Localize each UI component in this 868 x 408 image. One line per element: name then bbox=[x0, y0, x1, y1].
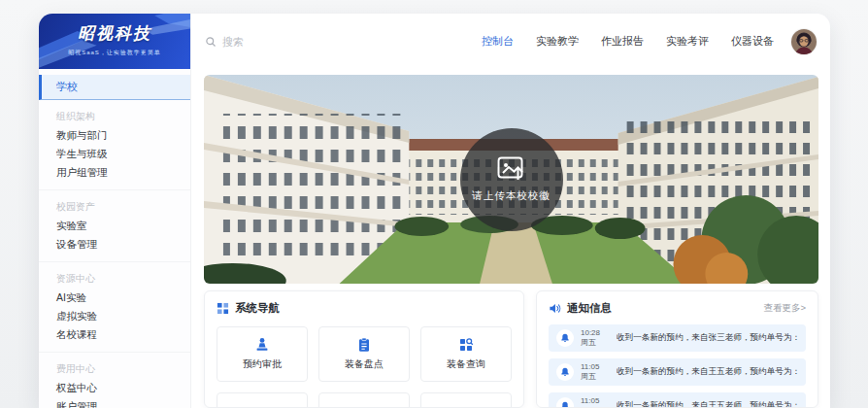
nav-card-hidden-1[interactable] bbox=[217, 392, 308, 408]
speaker-icon bbox=[549, 302, 561, 315]
brand-title: 昭视科技 bbox=[39, 22, 190, 45]
sidebar-item-ai-experiment[interactable]: AI实验 bbox=[39, 289, 190, 307]
bell-icon bbox=[556, 363, 574, 381]
notification-row[interactable]: 10:28周五 收到一条新的预约，来自张三老师，预约单号为：Y-0044，请尽快… bbox=[549, 324, 806, 352]
clipboard-icon bbox=[356, 337, 372, 353]
bell-icon bbox=[556, 397, 574, 408]
search-icon bbox=[205, 36, 217, 48]
sidebar-item-laboratory[interactable]: 实验室 bbox=[39, 217, 190, 235]
notification-text: 收到一条新的预约，来自王五老师，预约单号为：Y-0056，请尽快处理。 bbox=[617, 400, 798, 408]
sidebar-group-campus-assets: 校园资产 实验室 设备管理 bbox=[39, 189, 190, 257]
nav-card-query[interactable]: 装备查询 bbox=[420, 326, 512, 382]
panel-title: 通知信息 bbox=[567, 301, 612, 316]
nav-card-hidden-2[interactable] bbox=[318, 392, 410, 408]
page-background: 昭视科技 昭视SaaS，让实验教学更简单 学校 组织架构 教师与部门 学生与班级… bbox=[0, 0, 868, 408]
sidebar-item-teachers-departments[interactable]: 教师与部门 bbox=[39, 126, 190, 145]
tab-experiment-teaching[interactable]: 实验教学 bbox=[536, 34, 579, 49]
top-nav: 控制台 实验教学 作业报告 实验考评 仪器设备 bbox=[482, 34, 774, 49]
nav-card-label: 预约审批 bbox=[243, 357, 282, 371]
nav-card-approval[interactable]: 预约审批 bbox=[217, 326, 308, 382]
bell-icon bbox=[556, 329, 574, 347]
sidebar: 昭视科技 昭视SaaS，让实验教学更简单 学校 组织架构 教师与部门 学生与班级… bbox=[39, 14, 191, 408]
bottom-panels: 系统导航 预约审批 bbox=[204, 290, 818, 408]
sidebar-item-rights-center[interactable]: 权益中心 bbox=[39, 379, 190, 397]
notification-list: 10:28周五 收到一条新的预约，来自张三老师，预约单号为：Y-0044，请尽快… bbox=[549, 324, 806, 408]
nav-card-grid: 预约审批 装备盘点 bbox=[217, 326, 512, 408]
nav-card-inventory[interactable]: 装备盘点 bbox=[318, 326, 410, 382]
sidebar-group-organization: 组织架构 教师与部门 学生与班级 用户组管理 bbox=[39, 100, 190, 186]
notification-row[interactable]: 11:05周五 收到一条新的预约，来自王五老师，预约单号为：Y-0056，请尽快… bbox=[549, 358, 806, 386]
sidebar-item-virtual-experiment[interactable]: 虚拟实验 bbox=[39, 307, 190, 325]
tab-homework-report[interactable]: 作业报告 bbox=[601, 34, 644, 49]
sidebar-group-title: 校园资产 bbox=[39, 192, 190, 217]
sidebar-group-title: 资源中心 bbox=[39, 264, 190, 289]
top-bar: 控制台 实验教学 作业报告 实验考评 仪器设备 bbox=[191, 14, 830, 69]
sidebar-item-device-management[interactable]: 设备管理 bbox=[39, 235, 190, 254]
notification-text: 收到一条新的预约，来自王五老师，预约单号为：Y-0056，请尽快处理。 bbox=[617, 366, 798, 378]
system-navigation-panel: 系统导航 预约审批 bbox=[204, 290, 524, 408]
hero-banner: 请上传本校校徽 bbox=[204, 75, 818, 284]
notification-time: 11:05周五 bbox=[581, 396, 610, 408]
upload-badge-label: 请上传本校校徽 bbox=[472, 189, 551, 203]
sidebar-item-user-groups[interactable]: 用户组管理 bbox=[39, 163, 190, 182]
notification-time: 10:28周五 bbox=[581, 328, 610, 349]
panel-title: 系统导航 bbox=[235, 301, 280, 316]
sidebar-group-title: 组织架构 bbox=[39, 102, 190, 126]
view-more-link[interactable]: 查看更多> bbox=[763, 302, 806, 315]
tab-console[interactable]: 控制台 bbox=[482, 34, 514, 49]
grid-search-icon bbox=[458, 337, 474, 353]
tab-instruments[interactable]: 仪器设备 bbox=[731, 34, 774, 49]
sidebar-item-students-classes[interactable]: 学生与班级 bbox=[39, 145, 190, 163]
nav-card-hidden-3[interactable] bbox=[420, 392, 512, 408]
main-area: 控制台 实验教学 作业报告 实验考评 仪器设备 bbox=[191, 14, 830, 408]
sidebar-item-school-courses[interactable]: 名校课程 bbox=[39, 325, 190, 344]
notification-time: 11:05周五 bbox=[581, 362, 610, 383]
app-window: 昭视科技 昭视SaaS，让实验教学更简单 学校 组织架构 教师与部门 学生与班级… bbox=[39, 14, 830, 408]
notification-text: 收到一条新的预约，来自张三老师，预约单号为：Y-0044，请尽快处理。 bbox=[617, 332, 798, 344]
nav-card-label: 装备盘点 bbox=[345, 357, 384, 371]
notification-row[interactable]: 11:05周五 收到一条新的预约，来自王五老师，预约单号为：Y-0056，请尽快… bbox=[549, 392, 806, 408]
panel-header: 通知信息 查看更多> bbox=[549, 301, 806, 316]
grid-icon bbox=[217, 302, 229, 315]
upload-badge-button[interactable]: 请上传本校校徽 bbox=[460, 128, 563, 231]
sidebar-item-account-management[interactable]: 账户管理 bbox=[39, 397, 190, 408]
nav-card-label: 装备查询 bbox=[447, 357, 485, 371]
sidebar-group-expense-center: 费用中心 权益中心 账户管理 发票管理 bbox=[39, 352, 190, 408]
avatar-image bbox=[791, 29, 817, 54]
search-input[interactable] bbox=[222, 36, 339, 48]
sidebar-menu: 学校 组织架构 教师与部门 学生与班级 用户组管理 校园资产 实验室 设备管理 … bbox=[39, 69, 190, 408]
sidebar-group-resource-center: 资源中心 AI实验 虚拟实验 名校课程 bbox=[39, 261, 190, 348]
stamp-icon bbox=[254, 337, 270, 353]
notification-panel: 通知信息 查看更多> 10:28周五 收到一条新的预约，来自张三老师，预约单号为… bbox=[536, 290, 818, 408]
sidebar-group-title: 费用中心 bbox=[39, 355, 190, 379]
brand-tagline: 昭视SaaS，让实验教学更简单 bbox=[39, 49, 190, 57]
panel-header: 系统导航 bbox=[217, 301, 512, 316]
tab-experiment-evaluation[interactable]: 实验考评 bbox=[666, 34, 709, 49]
search-box[interactable] bbox=[205, 36, 339, 48]
user-avatar[interactable] bbox=[791, 29, 817, 54]
image-upload-icon bbox=[497, 156, 526, 182]
brand-logo[interactable]: 昭视科技 昭视SaaS，让实验教学更简单 bbox=[39, 14, 190, 69]
sidebar-item-school[interactable]: 学校 bbox=[39, 75, 190, 100]
